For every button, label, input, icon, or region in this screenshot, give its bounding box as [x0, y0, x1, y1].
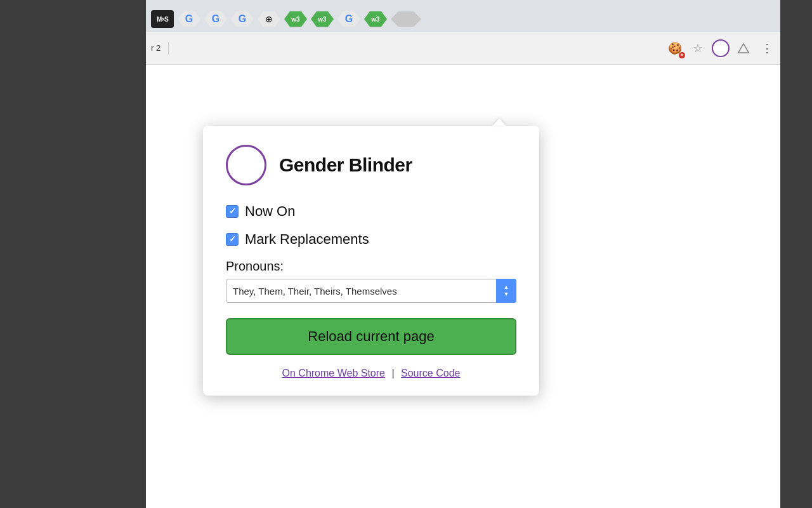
reload-button[interactable]: Reload current page — [226, 318, 516, 355]
favicon-blank[interactable] — [391, 10, 421, 28]
pronouns-select-wrapper: They, Them, Their, Theirs, Themselves ▲ … — [226, 279, 516, 303]
browser-toolbar: r 2 🍪 ✕ ☆ ⋮ — [146, 32, 780, 65]
more-menu-button[interactable]: ⋮ — [757, 39, 775, 57]
cookie-badge: ✕ — [679, 52, 685, 58]
favicon-chrome[interactable]: ⊕ — [258, 10, 280, 28]
footer-separator: | — [391, 368, 394, 378]
popup-arrow — [493, 118, 506, 126]
pronouns-label: Pronouns: — [226, 259, 516, 274]
profile-button[interactable] — [712, 39, 730, 57]
favicon-google-3[interactable]: G — [231, 10, 254, 28]
favicon-google-1[interactable]: G — [178, 10, 200, 28]
cookie-icon-button[interactable]: 🍪 ✕ — [666, 39, 684, 57]
mark-replacements-row: Mark Replacements — [226, 231, 516, 248]
bookmark-star-button[interactable]: ☆ — [689, 39, 707, 57]
favicon-w3-3[interactable]: w3 — [364, 10, 387, 28]
favicon-google-2[interactable]: G — [204, 10, 227, 28]
drive-icon-button[interactable] — [735, 39, 752, 57]
pronouns-section: Pronouns: They, Them, Their, Theirs, The… — [226, 259, 516, 303]
app-title: Gender Blinder — [279, 154, 412, 176]
toolbar-divider — [168, 42, 169, 55]
favicon-w3-2[interactable]: w3 — [311, 10, 334, 28]
chrome-store-link[interactable]: On Chrome Web Store — [282, 368, 385, 378]
favicon-w3-1[interactable]: w3 — [284, 10, 307, 28]
tabs-bar: M×S G G G ⊕ w3 w3 G w3 — [146, 0, 780, 32]
favicon-mxs[interactable]: M×S — [151, 10, 174, 28]
drive-icon — [737, 43, 750, 54]
now-on-label: Now On — [245, 203, 295, 220]
svg-marker-0 — [738, 43, 749, 52]
app-icon — [226, 145, 266, 185]
app-header: Gender Blinder — [226, 145, 516, 185]
extension-popup: Gender Blinder Now On Mark Replacements … — [203, 126, 539, 396]
footer-links: On Chrome Web Store | Source Code — [226, 368, 516, 379]
mark-replacements-checkbox[interactable] — [226, 233, 239, 246]
now-on-row: Now On — [226, 203, 516, 220]
mark-replacements-label: Mark Replacements — [245, 231, 369, 248]
favicon-google-4[interactable]: G — [337, 10, 360, 28]
now-on-checkbox[interactable] — [226, 205, 239, 218]
pronouns-display[interactable]: They, Them, Their, Theirs, Themselves — [226, 279, 516, 303]
tab-label: r 2 — [151, 43, 160, 53]
source-code-link[interactable]: Source Code — [401, 368, 460, 378]
